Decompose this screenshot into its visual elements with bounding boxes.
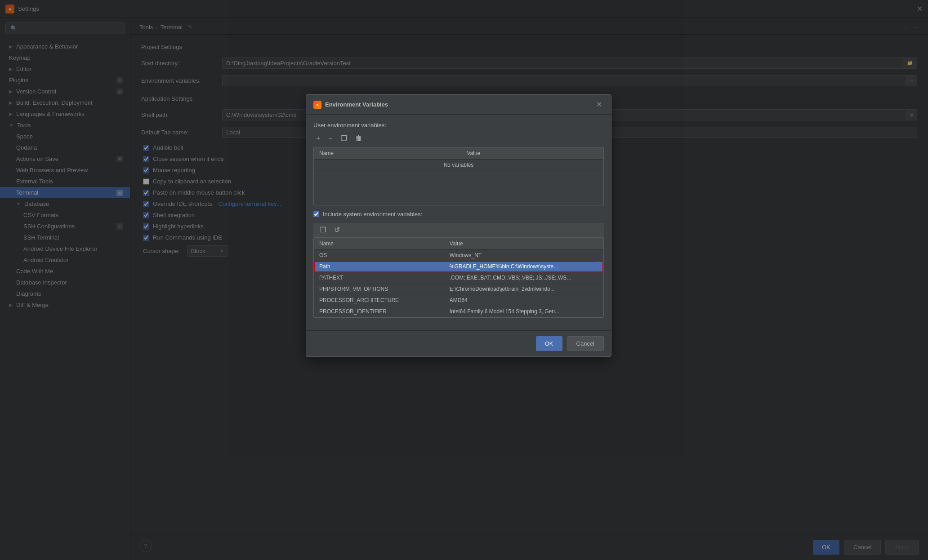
- delete-env-button[interactable]: 🗑: [352, 133, 365, 143]
- user-value-col-header: Value: [461, 147, 603, 160]
- user-name-col-header: Name: [314, 147, 461, 160]
- sys-env-value-cell: Windows_NT: [444, 250, 603, 261]
- sys-env-name-cell: PROCESSOR_ARCHITECTURE: [314, 295, 444, 306]
- user-env-table-section: Name Value No variables: [313, 147, 604, 205]
- sys-env-value-cell: .COM;.EXE;.BAT;.CMD;.VBS;.VBE;.JS;.JSE;.…: [444, 272, 603, 284]
- system-env-row[interactable]: PHPSTORM_VM_OPTIONSE:\ChromeDownload\jet…: [314, 284, 603, 295]
- modal-app-icon: ●: [313, 101, 321, 109]
- modal-close-button[interactable]: ✕: [594, 100, 604, 109]
- system-env-row[interactable]: Path%GRADLE_HOME%\bin;C:\Windows\syste..…: [314, 261, 603, 272]
- sys-env-value-cell: %GRADLE_HOME%\bin;C:\Windows\syste...: [444, 261, 603, 272]
- sys-env-value-cell: Intel64 Family 6 Model 154 Stepping 3, G…: [444, 306, 603, 317]
- sys-value-col-header: Value: [444, 238, 603, 250]
- modal-title: Environment Variables: [325, 101, 591, 108]
- include-system-row: Include system environment variables:: [313, 211, 604, 218]
- modal-footer: OK Cancel: [306, 330, 611, 356]
- sys-env-name-cell: PATHEXT: [314, 272, 444, 284]
- system-env-row[interactable]: PROCESSOR_IDENTIFIERIntel64 Family 6 Mod…: [314, 306, 603, 317]
- no-variables-text: No variables: [314, 160, 603, 171]
- copy-system-env-button[interactable]: ❐: [317, 225, 329, 235]
- add-env-button[interactable]: +: [313, 133, 323, 143]
- modal-titlebar: ● Environment Variables ✕: [306, 95, 611, 115]
- system-env-row[interactable]: PATHEXT.COM;.EXE;.BAT;.CMD;.VBS;.VBE;.JS…: [314, 272, 603, 284]
- copy-env-button[interactable]: ❐: [338, 133, 350, 143]
- user-env-toolbar: + − ❐ 🗑: [313, 133, 604, 143]
- sys-env-name-cell: OS: [314, 250, 444, 261]
- sys-env-value-cell: AMD64: [444, 295, 603, 306]
- include-system-label: Include system environment variables:: [323, 211, 422, 218]
- system-env-toolbar: ❐ ↺: [313, 223, 604, 237]
- remove-env-button[interactable]: −: [326, 133, 335, 143]
- system-env-row[interactable]: OSWindows_NT: [314, 250, 603, 261]
- sys-env-name-cell: PHPSTORM_VM_OPTIONS: [314, 284, 444, 295]
- sys-env-value-cell: E:\ChromeDownload\jetbrain_2\idm\windo..…: [444, 284, 603, 295]
- modal-ok-button[interactable]: OK: [536, 336, 562, 351]
- system-env-tbody: OSWindows_NTPath%GRADLE_HOME%\bin;C:\Win…: [314, 250, 603, 317]
- sys-env-name-cell: Path: [314, 261, 444, 272]
- system-env-row[interactable]: PROCESSOR_ARCHITECTUREAMD64: [314, 295, 603, 306]
- user-env-table: Name Value No variables: [314, 147, 603, 171]
- system-env-table: Name Value OSWindows_NTPath%GRADLE_HOME%…: [314, 238, 603, 317]
- include-system-checkbox[interactable]: [313, 211, 319, 217]
- system-env-table-section: Name Value OSWindows_NTPath%GRADLE_HOME%…: [313, 237, 604, 318]
- modal-cancel-button[interactable]: Cancel: [567, 336, 604, 351]
- modal-overlay: ● Environment Variables ✕ User environme…: [0, 0, 928, 560]
- modal-body: User environment variables: + − ❐ 🗑 Name…: [306, 115, 611, 330]
- refresh-system-env-button[interactable]: ↺: [331, 225, 343, 235]
- user-env-label: User environment variables:: [313, 122, 604, 129]
- sys-name-col-header: Name: [314, 238, 444, 250]
- env-vars-modal: ● Environment Variables ✕ User environme…: [306, 94, 611, 357]
- sys-env-name-cell: PROCESSOR_IDENTIFIER: [314, 306, 444, 317]
